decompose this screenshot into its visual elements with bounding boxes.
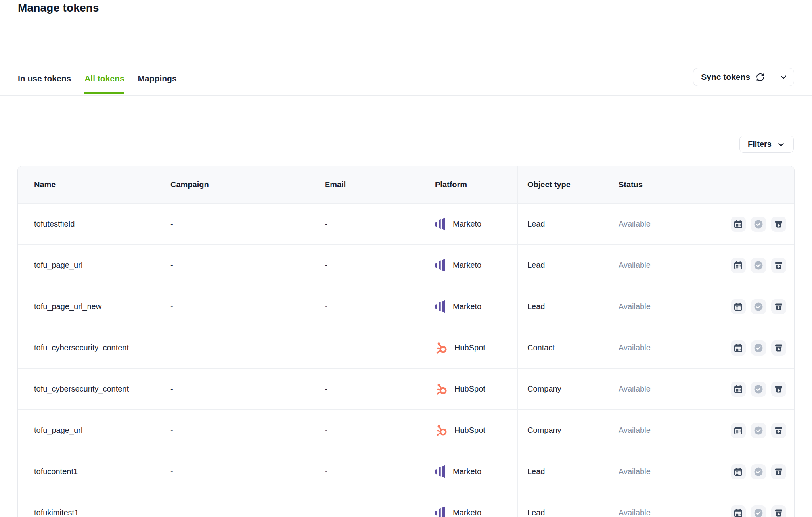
platform-label: Marketo xyxy=(453,219,481,229)
cell-status: Available xyxy=(609,286,722,327)
cell-object-type: Company xyxy=(518,410,609,451)
cell-platform: Marketo xyxy=(425,204,518,244)
schedule-button[interactable] xyxy=(731,340,746,356)
platform-label: Marketo xyxy=(453,508,481,517)
cell-platform: Marketo xyxy=(425,245,518,286)
table-row: tofutestfield - - xyxy=(18,203,794,244)
marketo-logo-icon xyxy=(435,465,446,478)
calendar-icon xyxy=(733,302,743,311)
table-row: tofu_page_url - - xyxy=(18,409,794,451)
archive-down-icon xyxy=(774,343,783,353)
column-header-object-type: Object type xyxy=(518,166,609,203)
cell-platform: HubSpot xyxy=(425,369,518,409)
check-circle-icon xyxy=(754,302,763,311)
schedule-button[interactable] xyxy=(731,423,746,438)
archive-down-icon xyxy=(774,467,783,477)
hubspot-logo-icon xyxy=(435,382,448,396)
schedule-button[interactable] xyxy=(731,299,746,314)
approve-button[interactable] xyxy=(751,505,766,517)
cell-status: Available xyxy=(609,327,722,368)
cell-email: - xyxy=(315,245,425,286)
table-row: tofukimitest1 - - xyxy=(18,492,794,517)
column-header-status: Status xyxy=(609,166,722,203)
archive-button[interactable] xyxy=(771,217,786,232)
cell-name: tofu_page_url xyxy=(18,410,161,451)
archive-button[interactable] xyxy=(771,505,786,517)
cell-email: - xyxy=(315,286,425,327)
marketo-logo-icon xyxy=(435,259,446,272)
column-header-campaign: Campaign xyxy=(161,166,315,203)
check-circle-icon xyxy=(754,384,763,394)
cell-campaign: - xyxy=(161,451,315,492)
cell-object-type: Company xyxy=(518,369,609,409)
table-body: tofutestfield - - xyxy=(18,203,794,517)
archive-down-icon xyxy=(774,508,783,517)
schedule-button[interactable] xyxy=(731,217,746,232)
platform-label: Marketo xyxy=(453,467,481,476)
calendar-icon xyxy=(733,384,743,394)
tab-mappings[interactable]: Mappings xyxy=(138,74,177,94)
calendar-icon xyxy=(733,219,743,229)
archive-down-icon xyxy=(774,261,783,270)
archive-button[interactable] xyxy=(771,258,786,273)
cell-actions xyxy=(722,286,794,327)
cell-name: tofu_page_url xyxy=(18,245,161,286)
platform-label: Marketo xyxy=(453,261,481,270)
table-row: tofu_page_url_new - - xyxy=(18,286,794,327)
platform-label: HubSpot xyxy=(454,426,485,435)
cell-status: Available xyxy=(609,369,722,409)
approve-button[interactable] xyxy=(751,258,766,273)
cell-status: Available xyxy=(609,410,722,451)
cell-name: tofucontent1 xyxy=(18,451,161,492)
check-circle-icon xyxy=(754,219,763,229)
approve-button[interactable] xyxy=(751,340,766,356)
schedule-button[interactable] xyxy=(731,258,746,273)
approve-button[interactable] xyxy=(751,464,766,479)
cell-email: - xyxy=(315,204,425,244)
cell-object-type: Contact xyxy=(518,327,609,368)
tokens-table: Name Campaign Email Platform Object type… xyxy=(17,166,795,517)
cell-email: - xyxy=(315,451,425,492)
cell-actions xyxy=(722,451,794,492)
archive-button[interactable] xyxy=(771,340,786,356)
cell-platform: Marketo xyxy=(425,492,518,517)
check-circle-icon xyxy=(754,467,763,477)
cell-campaign: - xyxy=(161,369,315,409)
cell-campaign: - xyxy=(161,286,315,327)
cell-campaign: - xyxy=(161,410,315,451)
sync-tokens-dropdown-button[interactable] xyxy=(773,68,794,86)
schedule-button[interactable] xyxy=(731,505,746,517)
cell-actions xyxy=(722,204,794,244)
approve-button[interactable] xyxy=(751,423,766,438)
filters-button[interactable]: Filters xyxy=(739,136,794,153)
hubspot-logo-icon xyxy=(435,424,448,437)
cell-campaign: - xyxy=(161,245,315,286)
calendar-icon xyxy=(733,261,743,270)
platform-label: HubSpot xyxy=(454,343,485,352)
calendar-icon xyxy=(733,508,743,517)
cell-platform: HubSpot xyxy=(425,410,518,451)
archive-button[interactable] xyxy=(771,423,786,438)
schedule-button[interactable] xyxy=(731,464,746,479)
tab-in-use-tokens[interactable]: In use tokens xyxy=(18,74,71,94)
archive-down-icon xyxy=(774,302,783,311)
archive-button[interactable] xyxy=(771,464,786,479)
cell-email: - xyxy=(315,327,425,368)
cell-name: tofu_cybersecurity_content xyxy=(18,327,161,368)
approve-button[interactable] xyxy=(751,382,766,397)
schedule-button[interactable] xyxy=(731,382,746,397)
cell-name: tofu_cybersecurity_content xyxy=(18,369,161,409)
archive-button[interactable] xyxy=(771,299,786,314)
marketo-logo-icon xyxy=(435,217,446,231)
cell-email: - xyxy=(315,492,425,517)
sync-tokens-button[interactable]: Sync tokens xyxy=(693,68,773,86)
archive-button[interactable] xyxy=(771,382,786,397)
cell-object-type: Lead xyxy=(518,451,609,492)
page-title: Manage tokens xyxy=(18,2,99,14)
tab-all-tokens[interactable]: All tokens xyxy=(84,74,124,94)
cell-actions xyxy=(722,327,794,368)
cell-object-type: Lead xyxy=(518,204,609,244)
approve-button[interactable] xyxy=(751,299,766,314)
approve-button[interactable] xyxy=(751,217,766,232)
check-circle-icon xyxy=(754,343,763,353)
